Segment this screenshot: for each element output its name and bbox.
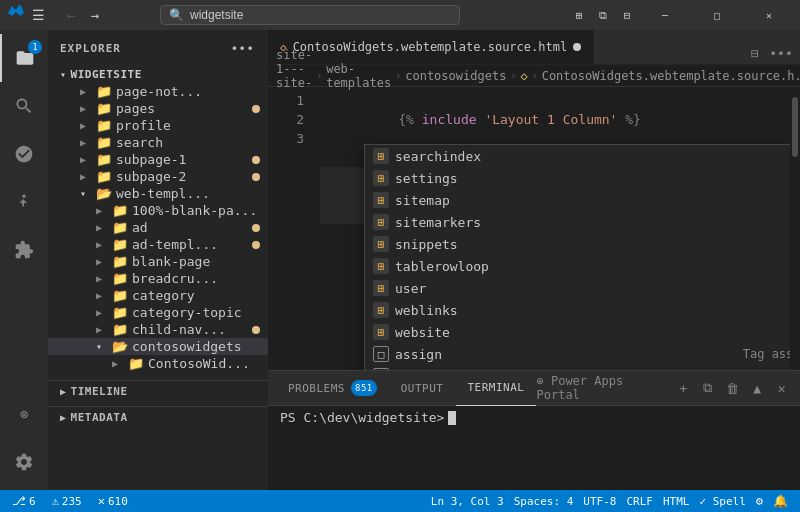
- scrollbar-thumb[interactable]: [792, 97, 798, 157]
- search-input[interactable]: [190, 8, 451, 22]
- folder-icon: 📁: [112, 271, 128, 286]
- close-panel-button[interactable]: ✕: [771, 377, 792, 399]
- ac-item-website[interactable]: ⊞ website: [365, 321, 790, 343]
- layout-btn[interactable]: ⊞: [570, 6, 588, 24]
- tree-item-profile[interactable]: ▶ 📁 profile: [48, 117, 268, 134]
- activity-git[interactable]: [0, 130, 48, 178]
- tree-item-contosowid[interactable]: ▶ 📁 ContosoWid...: [48, 355, 268, 372]
- status-spaces[interactable]: Spaces: 4: [510, 490, 578, 512]
- ac-item-weblinks[interactable]: ⊞ weblinks: [365, 299, 790, 321]
- back-button[interactable]: ←: [61, 5, 81, 25]
- status-encoding[interactable]: UTF-8: [579, 490, 620, 512]
- tree-item-breadcrumb[interactable]: ▶ 📁 breadcru...: [48, 270, 268, 287]
- panel-tab-label: TERMINAL: [468, 381, 525, 394]
- editor-content[interactable]: 1 2 3 {% include 'Layout 1 Column' %} {{…: [268, 87, 800, 370]
- status-eol[interactable]: CRLF: [622, 490, 657, 512]
- code-area[interactable]: {% include 'Layout 1 Column' %} {{}} ⊞ s…: [312, 87, 790, 370]
- status-cursor-pos[interactable]: Ln 3, Col 3: [427, 490, 508, 512]
- minimize-button[interactable]: ─: [642, 0, 688, 30]
- panel-tab-terminal[interactable]: TERMINAL: [456, 371, 537, 406]
- tree-arrow: ▾: [96, 341, 112, 352]
- tree-item-category-topic[interactable]: ▶ 📁 category-topic: [48, 304, 268, 321]
- maximize-panel-button[interactable]: ▲: [747, 377, 768, 399]
- forward-button[interactable]: →: [85, 5, 105, 25]
- tree-root-arrow: ▾: [60, 69, 67, 80]
- activity-remote[interactable]: ⊗: [0, 390, 48, 438]
- breadcrumb-contosowidgets[interactable]: contosowidgets: [405, 69, 506, 83]
- panel-tab-output[interactable]: OUTPUT: [389, 371, 456, 406]
- tree-item-pages[interactable]: ▶ 📁 pages: [48, 100, 268, 117]
- hamburger-icon[interactable]: ☰: [32, 7, 45, 23]
- status-errors[interactable]: ✕ 610: [94, 490, 132, 512]
- status-branch[interactable]: ⎇ 6: [8, 490, 40, 512]
- more-actions-button[interactable]: •••: [770, 42, 792, 64]
- tree-item-label: child-nav...: [132, 322, 248, 337]
- maximize-button[interactable]: □: [694, 0, 740, 30]
- ac-item-assign[interactable]: □ assign Tag assign: [365, 343, 790, 365]
- ac-item-settings[interactable]: ⊞ settings: [365, 167, 790, 189]
- activity-debug[interactable]: [0, 178, 48, 226]
- new-terminal-button[interactable]: +: [673, 377, 694, 399]
- activity-settings[interactable]: [0, 438, 48, 486]
- status-warnings[interactable]: ⚠ 235: [48, 490, 86, 512]
- tree-item-page-not[interactable]: ▶ 📁 page-not...: [48, 83, 268, 100]
- tree-item-adtempl[interactable]: ▶ 📁 ad-templ...: [48, 236, 268, 253]
- ac-item-snippets[interactable]: ⊞ snippets: [365, 233, 790, 255]
- editor-tab-active[interactable]: ◇ ContosoWidgets.webtemplate.source.html: [268, 30, 594, 64]
- breadcrumb-icon[interactable]: ◇: [520, 69, 527, 83]
- tree-item-category[interactable]: ▶ 📁 category: [48, 287, 268, 304]
- search-bar[interactable]: 🔍: [160, 5, 460, 25]
- ac-type: Tag assign: [743, 345, 790, 364]
- tree-item-childnav[interactable]: ▶ 📁 child-nav...: [48, 321, 268, 338]
- tree-item-blank-pa[interactable]: ▶ 📁 100%-blank-pa...: [48, 202, 268, 219]
- tree-root-widgetsite[interactable]: ▾ WIDGETSITE: [48, 66, 268, 83]
- folder-icon: 📁: [96, 118, 112, 133]
- split-btn[interactable]: ⧉: [594, 6, 612, 24]
- split-editor-button[interactable]: ⊟: [744, 42, 766, 64]
- ac-item-button-component[interactable]: □ button-component Button-Component: [365, 365, 790, 370]
- ac-item-tablerowloop[interactable]: ⊞ tablerowloop: [365, 255, 790, 277]
- breadcrumb-label: web-templates: [326, 62, 391, 90]
- activity-search[interactable]: [0, 82, 48, 130]
- ac-item-sitemarkers[interactable]: ⊞ sitemarkers: [365, 211, 790, 233]
- ac-icon-snippet: ⊞: [373, 280, 389, 296]
- activity-extensions[interactable]: [0, 226, 48, 274]
- tree-item-subpage2[interactable]: ▶ 📁 subpage-2: [48, 168, 268, 185]
- tree-item-blankpage[interactable]: ▶ 📁 blank-page: [48, 253, 268, 270]
- breadcrumb-filename[interactable]: ContosoWidgets.webtemplate.source.h...: [542, 69, 800, 83]
- status-settings[interactable]: ⚙: [752, 490, 767, 512]
- status-notifications[interactable]: 🔔: [769, 490, 792, 512]
- ac-icon-snippet: ⊞: [373, 148, 389, 164]
- ac-icon-tag: □: [373, 368, 389, 370]
- split-terminal-button[interactable]: ⧉: [698, 377, 719, 399]
- tree-item-contosowidgets[interactable]: ▾ 📂 contosowidgets: [48, 338, 268, 355]
- string-value: 'Layout 1 Column': [484, 112, 617, 127]
- sidebar-more-button[interactable]: •••: [229, 39, 256, 58]
- ac-item-sitemap[interactable]: ⊞ sitemap: [365, 189, 790, 211]
- ac-icon-snippet: ⊞: [373, 170, 389, 186]
- breadcrumb-sep: ›: [532, 70, 538, 81]
- timeline-header[interactable]: ▶ TIMELINE: [48, 381, 268, 402]
- terminal-content[interactable]: PS C:\dev\widgetsite>: [268, 406, 800, 490]
- panel-tab-problems[interactable]: PROBLEMS 851: [276, 371, 389, 406]
- status-language[interactable]: HTML: [659, 490, 694, 512]
- tree-item-subpage1[interactable]: ▶ 📁 subpage-1: [48, 151, 268, 168]
- status-spell[interactable]: ✓ Spell: [695, 490, 749, 512]
- kill-terminal-button[interactable]: 🗑: [722, 377, 743, 399]
- breadcrumb-sep: ›: [510, 70, 516, 81]
- layout-btn2[interactable]: ⊟: [618, 6, 636, 24]
- tree-item-webtemplates[interactable]: ▾ 📂 web-templ...: [48, 185, 268, 202]
- tree-item-search[interactable]: ▶ 📁 search: [48, 134, 268, 151]
- ac-item-user[interactable]: ⊞ user: [365, 277, 790, 299]
- ac-name: user: [395, 279, 790, 298]
- activity-explorer[interactable]: 1: [0, 34, 48, 82]
- ac-item-searchindex[interactable]: ⊞ searchindex: [365, 145, 790, 167]
- close-button[interactable]: ✕: [746, 0, 792, 30]
- tree-item-ad[interactable]: ▶ 📁 ad: [48, 219, 268, 236]
- editor-area: ◇ ContosoWidgets.webtemplate.source.html…: [268, 30, 800, 490]
- editor-scrollbar[interactable]: [790, 87, 800, 370]
- tree-item-label: subpage-2: [116, 169, 248, 184]
- folder-icon: 📁: [96, 135, 112, 150]
- breadcrumb-webtemplates[interactable]: web-templates: [326, 62, 391, 90]
- metadata-header[interactable]: ▶ METADATA: [48, 407, 268, 428]
